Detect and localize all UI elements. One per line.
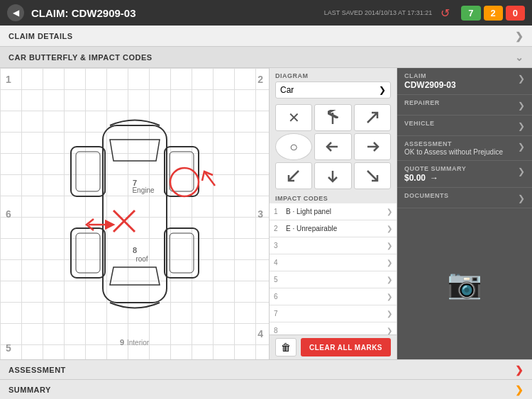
claim-chevron-icon: ❯ bbox=[518, 74, 525, 84]
label-interior: Interior bbox=[127, 339, 149, 347]
impact-codes-list: 1 B · Light panel ❯ 2 E · Unrepairable ❯… bbox=[270, 203, 397, 335]
back-icon: ◀ bbox=[13, 8, 19, 18]
arrow-diag-right-button[interactable] bbox=[354, 104, 391, 131]
diagram-label: DIAGRAM bbox=[275, 72, 391, 79]
back-button[interactable]: ◀ bbox=[7, 4, 24, 21]
impact-code-row[interactable]: 8 ❯ bbox=[270, 322, 397, 335]
butterfly-nav[interactable]: CAR BUTTERFLY & IMPACT CODES ⌄ bbox=[0, 47, 532, 68]
impact-row-chevron-icon: ❯ bbox=[387, 276, 392, 283]
diagram-select[interactable]: Car ❯ bbox=[275, 82, 391, 99]
impact-code-row[interactable]: 5 ❯ bbox=[270, 271, 397, 288]
car-butterfly-svg-area: 7 Engine 8 roof 9 Interior bbox=[0, 68, 269, 359]
impact-row-chevron-icon: ❯ bbox=[387, 225, 392, 232]
assessment-chevron-icon: ❯ bbox=[518, 142, 525, 152]
impact-row-num: 5 bbox=[274, 276, 284, 283]
impact-row-num: 1 bbox=[274, 208, 284, 215]
impact-row-chevron-icon: ❯ bbox=[387, 259, 392, 266]
svg-rect-4 bbox=[170, 152, 194, 191]
svg-point-23 bbox=[170, 168, 199, 196]
svg-text:roof: roof bbox=[135, 255, 148, 263]
chevron-right-icon: ❯ bbox=[515, 30, 524, 42]
impact-row-num: 6 bbox=[274, 293, 284, 300]
repairer-section[interactable]: REPAIRER ❯ bbox=[397, 95, 532, 116]
impact-row-chevron-icon: ❯ bbox=[387, 242, 392, 249]
vehicle-chevron-icon: ❯ bbox=[518, 121, 525, 131]
impact-row-num: 8 bbox=[274, 327, 284, 335]
badge-green: 7 bbox=[461, 6, 480, 21]
svg-line-31 bbox=[367, 171, 377, 181]
svg-text:Engine: Engine bbox=[132, 186, 155, 194]
assessment-nav-chevron-icon: ❯ bbox=[515, 364, 524, 376]
butterfly-diagram[interactable]: 1 2 3 4 5 6 bbox=[0, 68, 270, 359]
impact-row-text: B · Light panel bbox=[284, 208, 387, 215]
bottom-controls: 🗑 CLEAR ALL MARKS bbox=[270, 335, 397, 359]
impact-row-text: E · Unrepairable bbox=[284, 225, 387, 232]
badge-red: 0 bbox=[506, 6, 525, 21]
last-saved-label: LAST SAVED 2014/10/13 AT 17:31:21 bbox=[324, 9, 432, 16]
vehicle-section[interactable]: VEHICLE ❯ bbox=[397, 116, 532, 136]
svg-rect-2 bbox=[76, 152, 100, 191]
diagram-chevron-icon: ❯ bbox=[379, 85, 386, 95]
camera-area[interactable]: 📷 bbox=[397, 208, 532, 359]
impact-code-row[interactable]: 4 ❯ bbox=[270, 254, 397, 271]
summary-nav-item[interactable]: SUMMARY ❯ bbox=[0, 379, 532, 399]
impact-row-num: 7 bbox=[274, 310, 284, 317]
documents-chevron-icon: ❯ bbox=[518, 193, 525, 203]
assessment-nav-item[interactable]: ASSESSMENT ❯ bbox=[0, 359, 532, 379]
svg-rect-6 bbox=[76, 233, 100, 273]
page-title: CLAIM: CDW2909-03 bbox=[31, 7, 324, 19]
car-butterfly-svg: 7 Engine 8 roof 9 Interior bbox=[32, 83, 238, 345]
impact-row-num: 4 bbox=[274, 259, 284, 266]
svg-line-29 bbox=[289, 171, 299, 181]
trash-button[interactable]: 🗑 bbox=[275, 338, 297, 356]
svg-line-26 bbox=[367, 113, 377, 123]
arrow-left-button[interactable] bbox=[314, 133, 351, 160]
diagram-section: DIAGRAM Car ❯ bbox=[270, 68, 397, 101]
quote-summary-section[interactable]: QUOTE SUMMARY $0.00 → ❯ bbox=[397, 161, 532, 188]
impact-code-row[interactable]: 1 B · Light panel ❯ bbox=[270, 203, 397, 220]
arrow-button-grid: ✕ ○ bbox=[270, 101, 397, 192]
bottom-navigation: ASSESSMENT ❯ SUMMARY ❯ bbox=[0, 359, 532, 399]
trash-icon: 🗑 bbox=[281, 342, 291, 353]
claim-details-nav[interactable]: CLAIM DETAILS ❯ bbox=[0, 26, 532, 47]
quote-chevron-icon: ❯ bbox=[518, 167, 525, 176]
impact-row-chevron-icon: ❯ bbox=[387, 293, 392, 300]
impact-row-num: 2 bbox=[274, 225, 284, 232]
impact-code-row[interactable]: 3 ❯ bbox=[270, 237, 397, 254]
arrow-diag-down-left-button[interactable] bbox=[275, 162, 312, 189]
header: ◀ CLAIM: CDW2909-03 LAST SAVED 2014/10/1… bbox=[0, 0, 532, 26]
main-content: 1 2 3 4 5 6 bbox=[0, 68, 532, 359]
impact-row-chevron-icon: ❯ bbox=[387, 310, 392, 317]
chevron-down-icon: ⌄ bbox=[515, 52, 524, 63]
badge-orange: 2 bbox=[484, 6, 503, 21]
arrow-diag-down-right-button[interactable] bbox=[354, 162, 391, 189]
circle-mark-button[interactable]: ○ bbox=[275, 133, 312, 160]
svg-text:8: 8 bbox=[132, 246, 136, 254]
arrow-down-button[interactable] bbox=[314, 162, 351, 189]
refresh-icon[interactable]: ↺ bbox=[440, 6, 450, 20]
impact-code-row[interactable]: 6 ❯ bbox=[270, 288, 397, 305]
arrow-right-button[interactable] bbox=[354, 133, 391, 160]
assessment-section[interactable]: ASSESSMENT OK to Assess without Prejudic… bbox=[397, 136, 532, 161]
impact-row-chevron-icon: ❯ bbox=[387, 327, 392, 335]
label-interior-num: 9 bbox=[120, 338, 124, 347]
mark-x-button[interactable]: ✕ bbox=[275, 104, 312, 131]
clear-all-marks-button[interactable]: CLEAR ALL MARKS bbox=[301, 338, 391, 356]
impact-codes-label: IMPACT CODES bbox=[270, 192, 397, 203]
impact-row-chevron-icon: ❯ bbox=[387, 208, 392, 215]
impact-codes-section: IMPACT CODES 1 B · Light panel ❯ 2 E · U… bbox=[270, 192, 397, 335]
summary-nav-chevron-icon: ❯ bbox=[515, 384, 524, 395]
mid-panel: DIAGRAM Car ❯ ✕ ○ bbox=[270, 68, 397, 359]
impact-code-row[interactable]: 2 E · Unrepairable ❯ bbox=[270, 220, 397, 237]
impact-row-num: 3 bbox=[274, 242, 284, 249]
svg-rect-8 bbox=[170, 233, 194, 273]
right-panel: CLAIM CDW2909-03 ❯ REPAIRER ❯ VEHICLE ❯ … bbox=[397, 68, 532, 359]
documents-section[interactable]: DOCUMENTS ❯ bbox=[397, 188, 532, 208]
claim-section[interactable]: CLAIM CDW2909-03 ❯ bbox=[397, 68, 532, 95]
camera-icon: 📷 bbox=[447, 267, 482, 300]
arrow-up-right-button[interactable] bbox=[314, 104, 351, 131]
impact-code-row[interactable]: 7 ❯ bbox=[270, 305, 397, 322]
repairer-chevron-icon: ❯ bbox=[518, 101, 525, 111]
